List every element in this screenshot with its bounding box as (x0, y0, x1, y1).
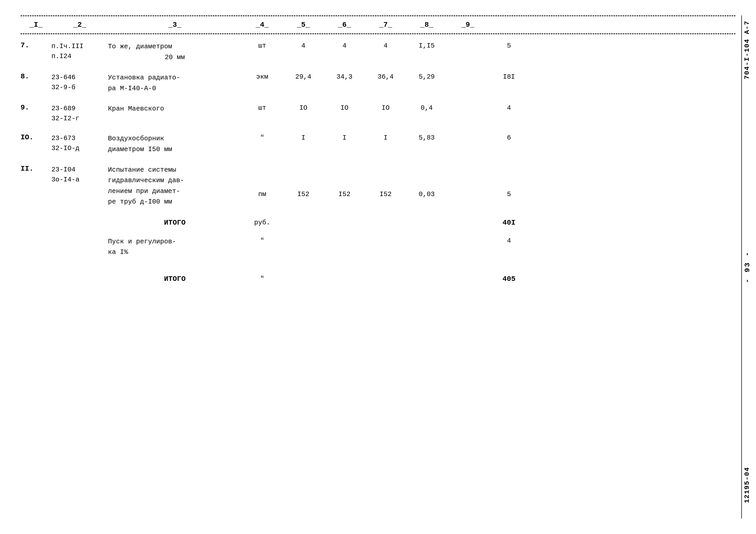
pusk-unit: " (242, 236, 283, 245)
row-val7-8: 5,29 (406, 72, 447, 81)
col-header-6: _6_ (324, 21, 365, 29)
itogo-val9-2: 405 (488, 275, 529, 283)
itogo-label-1: ИТОГО (108, 219, 242, 227)
itogo-val9-1: 40I (488, 219, 529, 227)
row-unit-11: пм (242, 165, 283, 198)
row-val8-7 (447, 41, 488, 42)
row-desc-10: Воздухосборник диаметром I50 мм (108, 133, 242, 155)
row-val8-11 (447, 165, 488, 190)
row-code-7: п.Iч.III п.I24 (51, 41, 108, 62)
col-header-1: _I_ (20, 21, 51, 29)
pusk-val4 (283, 236, 324, 237)
row-val6-9: IO (365, 104, 406, 112)
row-val8-8 (447, 72, 488, 73)
col-header-3: _3_ (108, 21, 242, 29)
row-val6-7: 4 (365, 41, 406, 50)
row-num-11: II. (20, 165, 51, 173)
table-row: IO. 23-673 32-IO-д Воздухосборник диамет… (20, 126, 736, 157)
row-code-9: 23-689 32-I2-г (51, 104, 108, 123)
row-num-8: 8. (20, 72, 51, 80)
row-val5-9: IO (324, 104, 365, 112)
row-val9-9: 4 (488, 104, 529, 112)
row-code-8: 23-646 32-9-б (51, 72, 108, 93)
row-val5-10: I (324, 133, 365, 142)
table-row: II. 23-I04 3о-I4-а Испытание системы гид… (20, 157, 736, 214)
row-desc-11: Испытание системы гидравлическим дав- ле… (108, 165, 242, 207)
row-val7-7: I,I5 (406, 41, 447, 50)
side-border-line (742, 15, 742, 519)
pusk-val8 (447, 236, 488, 237)
pusk-val7 (406, 236, 447, 237)
side-separator: - 93 - (743, 251, 751, 283)
row-val7-10: 5,83 (406, 133, 447, 142)
row-unit-10: " (242, 133, 283, 142)
pusk-desc: Пуск и регулиров- ка I% (108, 236, 242, 258)
row-val9-11: 5 (488, 165, 529, 198)
table-row: 9. 23-689 32-I2-г Кран Маевского шт IO I… (20, 96, 736, 126)
itogo-unit-1: руб. (242, 219, 283, 227)
row-val9-8: I8I (488, 72, 529, 81)
itogo-unit-2: " (242, 275, 283, 283)
total-row-1: ИТОГО руб. 40I (20, 214, 736, 229)
row-unit-9: шт (242, 104, 283, 112)
row-val7-9: 0,4 (406, 104, 447, 112)
row-val6-8: 36,4 (365, 72, 406, 81)
row-val9-7: 5 (488, 41, 529, 50)
row-val4-9: IO (283, 104, 324, 112)
row-code-11: 23-I04 3о-I4-а (51, 165, 108, 185)
row-val8-9 (447, 104, 488, 104)
row-val6-10: I (365, 133, 406, 142)
row-val5-7: 4 (324, 41, 365, 50)
col-header-8: _8_ (406, 21, 447, 29)
table-row: 8. 23-646 32-9-б Установка радиато- ра М… (20, 65, 736, 96)
table-row: 7. п.Iч.III п.I24 То же, диаметром 20 мм… (20, 34, 736, 65)
side-label-bottom: 12195-04 (743, 467, 751, 503)
row-num-9: 9. (20, 104, 51, 112)
row-val8-10 (447, 133, 488, 134)
total-row-2: ИТОГО " 405 (20, 270, 736, 285)
side-label-top: 704-I-104 А-7 (743, 20, 751, 79)
row-desc-9: Кран Маевского (108, 104, 242, 114)
table-header: _I_ _2_ _3_ _4_ _5_ _6_ _7_ _8_ _9_ (20, 16, 736, 34)
row-unit-7: шт (242, 41, 283, 50)
row-desc-7: То же, диаметром 20 мм (108, 41, 242, 63)
col-header-2: _2_ (51, 21, 108, 29)
itogo-label-2: ИТОГО (108, 275, 242, 283)
row-val6-11: I52 (365, 165, 406, 198)
row-val4-8: 29,4 (283, 72, 324, 81)
row-val4-7: 4 (283, 41, 324, 50)
row-val4-11: I52 (283, 165, 324, 198)
row-num-7: 7. (20, 41, 51, 49)
col-header-5: _5_ (283, 21, 324, 29)
row-desc-8: Установка радиато- ра М-I40-А-0 (108, 72, 242, 94)
row-val4-10: I (283, 133, 324, 142)
row-val5-8: 34,3 (324, 72, 365, 81)
row-num-10: IO. (20, 133, 51, 141)
row-val5-11: I52 (324, 165, 365, 198)
pusk-row: Пуск и регулиров- ка I% " 4 (20, 229, 736, 270)
pusk-val6 (365, 236, 406, 237)
row-code-10: 23-673 32-IO-д (51, 133, 108, 153)
col-header-7: _7_ (365, 21, 406, 29)
pusk-val9: 4 (488, 236, 529, 245)
pusk-val5 (324, 236, 365, 237)
row-unit-8: экм (242, 72, 283, 81)
col-header-4: _4_ (242, 21, 283, 29)
row-val9-10: 6 (488, 133, 529, 142)
row-val7-11: 0,03 (406, 165, 447, 198)
col-header-9: _9_ (447, 21, 488, 29)
